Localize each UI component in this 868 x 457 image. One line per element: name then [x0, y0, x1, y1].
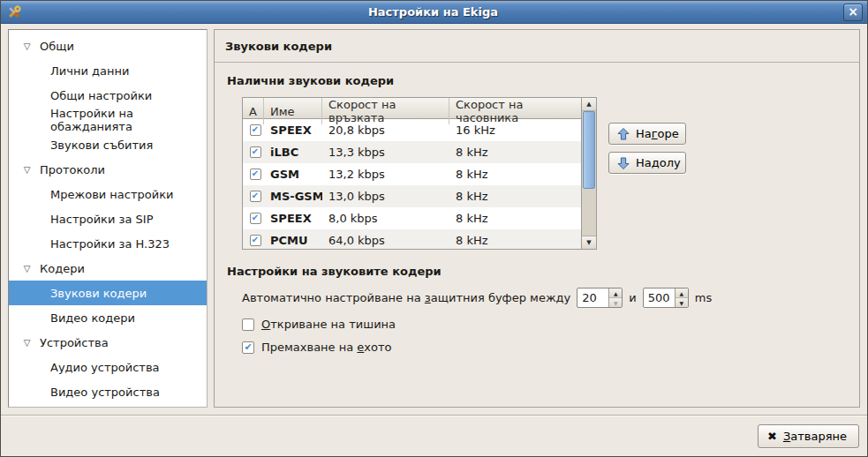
- close-icon: ×: [848, 5, 858, 18]
- check-icon: ✔: [252, 236, 259, 244]
- codec-clock: 8 kHz: [449, 168, 581, 181]
- sidebar-item-sip-settings[interactable]: Настройки за SIP: [9, 206, 207, 231]
- sidebar-item-label: Устройства: [40, 336, 109, 349]
- sidebar-item-personal-data[interactable]: Лични данни: [9, 58, 207, 83]
- sidebar-item-label: Лични данни: [50, 64, 129, 78]
- codec-bitrate: 8,0 kbps: [322, 212, 449, 225]
- codec-name: SPEEX: [264, 124, 322, 137]
- expander-icon[interactable]: ▽: [19, 41, 34, 51]
- move-down-label: Надолу: [636, 156, 681, 169]
- scroll-down-icon: ▼: [586, 239, 591, 246]
- table-row[interactable]: ✔ SPEEX 8,0 kbps 8 kHz: [243, 207, 581, 229]
- sidebar-item-label: Мрежови настройки: [50, 188, 174, 201]
- check-icon: ✔: [252, 147, 259, 156]
- move-down-button[interactable]: Надолу: [608, 152, 686, 174]
- sidebar-item-video-devices[interactable]: Видео устройства: [9, 379, 207, 404]
- codec-clock: 8 kHz: [449, 212, 581, 225]
- spin-up-button[interactable]: ▲: [676, 288, 688, 298]
- table-row[interactable]: ✔ GSM 13,2 kbps 8 kHz: [243, 163, 581, 185]
- column-header-clock[interactable]: Скорост на часовника: [449, 98, 581, 124]
- sidebar-item-audio-devices[interactable]: Аудио устройства: [9, 355, 207, 379]
- codec-bitrate: 13,3 kbps: [322, 146, 449, 159]
- expander-icon[interactable]: ▽: [19, 338, 34, 348]
- codec-bitrate: 13,2 kbps: [322, 168, 449, 181]
- silence-detection-label: Откриване на тишина: [261, 318, 396, 331]
- codec-enabled-checkbox[interactable]: ✔: [250, 213, 261, 224]
- sidebar-item-label: Настройки за SIP: [50, 213, 154, 226]
- expander-icon[interactable]: ▽: [19, 165, 34, 175]
- jitter-and-label: и: [629, 291, 636, 304]
- codec-enabled-checkbox[interactable]: ✔: [250, 146, 261, 158]
- vertical-scrollbar[interactable]: ▲ ▼: [581, 98, 596, 249]
- move-up-button[interactable]: Нагоре: [608, 123, 686, 145]
- codec-bitrate: 20,8 kbps: [322, 124, 449, 137]
- sidebar-group-protocols[interactable]: ▽ Протоколи: [9, 157, 207, 182]
- codec-name: SPEEX: [264, 212, 322, 225]
- window-title: Настройки на Ekiga: [23, 5, 843, 19]
- jitter-min-spinbox[interactable]: 20 ▲ ▼: [577, 288, 623, 308]
- spin-up-button[interactable]: ▲: [609, 288, 622, 298]
- preferences-window: Настройки на Ekiga × ▽ Общи Лични данни …: [0, 0, 868, 457]
- settings-panel: Звукови кодери Налични звукови кодери A …: [214, 29, 860, 408]
- scroll-down-button[interactable]: ▼: [582, 236, 596, 249]
- table-row[interactable]: ✔ MS-GSM 13,0 kbps 8 kHz: [243, 185, 581, 207]
- check-icon: ✔: [244, 342, 252, 352]
- sidebar-item-sound-events[interactable]: Звукови събития: [9, 132, 207, 157]
- sidebar-item-label: Протоколи: [40, 163, 105, 176]
- sidebar-item-audio-codecs[interactable]: Звукови кодери: [9, 281, 207, 305]
- spin-down-button[interactable]: ▼: [609, 298, 622, 307]
- scroll-up-button[interactable]: ▲: [582, 98, 596, 111]
- jitter-min-value[interactable]: 20: [577, 288, 608, 307]
- column-header-name[interactable]: Име: [264, 98, 322, 124]
- expander-icon[interactable]: ▽: [19, 264, 34, 273]
- sidebar-group-general[interactable]: ▽ Общи: [9, 34, 207, 58]
- sidebar-item-general-settings[interactable]: Общи настройки: [9, 83, 207, 108]
- close-button-label: Затваряне: [783, 430, 847, 443]
- sidebar-item-label: Аудио устройства: [50, 361, 160, 374]
- page-title: Звукови кодери: [215, 30, 859, 62]
- codec-enabled-checkbox[interactable]: ✔: [250, 169, 261, 180]
- echo-cancellation-label: Премахване на ехото: [261, 341, 392, 354]
- sidebar-item-h323-settings[interactable]: Настройки за H.323: [9, 231, 207, 256]
- codec-clock: 16 kHz: [449, 124, 581, 137]
- codec-settings-title: Настройки на звуковите кодери: [227, 265, 847, 278]
- codec-enabled-checkbox[interactable]: ✔: [250, 191, 261, 202]
- sidebar-item-label: Настройки за H.323: [50, 237, 170, 251]
- scroll-up-icon: ▲: [586, 101, 591, 108]
- sidebar-item-label: Видео кодери: [50, 311, 135, 325]
- sidebar-group-codecs[interactable]: ▽ Кодери: [9, 256, 207, 281]
- sidebar-item-label: Общи настройки: [50, 89, 152, 102]
- sidebar-item-network-settings[interactable]: Мрежови настройки: [9, 182, 207, 206]
- titlebar[interactable]: Настройки на Ekiga ×: [1, 1, 867, 24]
- codecs-table: A Име Скорост на връзката Скорост на час…: [242, 97, 597, 250]
- scrollbar-track[interactable]: [582, 111, 596, 236]
- table-row[interactable]: ✔ PCMU 64,0 kbps 8 kHz: [243, 229, 581, 250]
- spin-down-button[interactable]: ▼: [676, 298, 688, 307]
- check-icon: ✔: [252, 191, 259, 200]
- sidebar-group-devices[interactable]: ▽ Устройства: [9, 330, 207, 355]
- table-row[interactable]: ✔ iLBC 13,3 kbps 8 kHz: [243, 141, 581, 163]
- jitter-max-value[interactable]: 500: [644, 288, 675, 307]
- sidebar-item-label: Видео устройства: [50, 386, 160, 399]
- column-header-active[interactable]: A: [243, 98, 264, 124]
- codec-name: PCMU: [264, 234, 322, 247]
- codec-enabled-checkbox[interactable]: ✔: [250, 235, 261, 246]
- codec-enabled-checkbox[interactable]: ✔: [250, 124, 261, 136]
- column-header-bitrate[interactable]: Скорост на връзката: [322, 98, 449, 124]
- sidebar-item-call-options[interactable]: Настройки на обажданията: [9, 108, 207, 132]
- check-icon: ✔: [252, 214, 259, 222]
- silence-detection-checkbox[interactable]: ✔: [242, 318, 254, 331]
- scrollbar-thumb[interactable]: [583, 111, 595, 189]
- sidebar-item-label: Общи: [40, 40, 74, 53]
- sidebar-item-label: Звукови събития: [50, 139, 153, 152]
- echo-cancellation-checkbox[interactable]: ✔: [242, 341, 254, 354]
- move-up-label: Нагоре: [636, 127, 679, 140]
- codec-name: iLBC: [264, 146, 322, 159]
- window-close-button[interactable]: ×: [843, 4, 863, 21]
- sections-tree: ▽ Общи Лични данни Общи настройки Настро…: [8, 29, 208, 408]
- sidebar-item-label: Настройки на обажданията: [50, 107, 207, 133]
- sidebar-item-video-codecs[interactable]: Видео кодери: [9, 305, 207, 330]
- close-button[interactable]: ✖ Затваряне: [758, 424, 859, 448]
- sidebar-item-label: Кодери: [40, 262, 85, 275]
- jitter-max-spinbox[interactable]: 500 ▲ ▼: [643, 288, 689, 308]
